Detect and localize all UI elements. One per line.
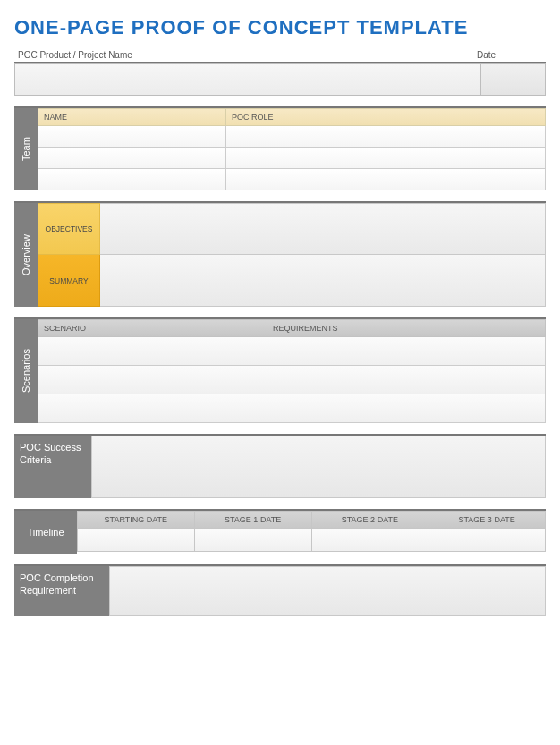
timeline-col-stage3: STAGE 3 DATE bbox=[428, 511, 546, 529]
scenario-input[interactable] bbox=[38, 366, 267, 394]
overview-tab: Overview bbox=[14, 203, 38, 307]
team-col-role: POC ROLE bbox=[225, 108, 546, 126]
team-role-input[interactable] bbox=[225, 169, 546, 190]
header-labels: POC Product / Project Name Date bbox=[14, 50, 546, 62]
scenario-col-header: SCENARIO bbox=[38, 319, 267, 337]
success-criteria-input[interactable] bbox=[91, 436, 546, 498]
team-name-input[interactable] bbox=[38, 126, 225, 148]
scenario-input[interactable] bbox=[38, 337, 267, 366]
success-criteria-tab: POC Success Criteria bbox=[14, 436, 91, 498]
project-name-input[interactable] bbox=[14, 63, 480, 96]
timeline-stage2-input[interactable] bbox=[312, 529, 429, 552]
date-input[interactable] bbox=[480, 63, 546, 96]
team-col-name: NAME bbox=[38, 108, 225, 126]
completion-input[interactable] bbox=[109, 566, 546, 616]
scenario-input[interactable] bbox=[38, 394, 267, 423]
team-role-input[interactable] bbox=[225, 126, 546, 148]
objectives-label: OBJECTIVES bbox=[38, 203, 100, 255]
timeline-col-starting: STARTING DATE bbox=[77, 511, 195, 529]
summary-label: SUMMARY bbox=[38, 255, 100, 307]
completion-tab: POC Completion Requirement bbox=[14, 566, 109, 616]
summary-input[interactable] bbox=[100, 255, 546, 307]
requirements-input[interactable] bbox=[267, 394, 546, 423]
team-name-input[interactable] bbox=[38, 148, 225, 169]
team-name-input[interactable] bbox=[38, 169, 225, 190]
timeline-stage3-input[interactable] bbox=[428, 529, 546, 552]
page-title: ONE-PAGE PROOF OF CONCEPT TEMPLATE bbox=[14, 16, 546, 39]
requirements-input[interactable] bbox=[267, 366, 546, 394]
scenarios-tab: Scenarios bbox=[14, 319, 38, 423]
timeline-starting-input[interactable] bbox=[77, 529, 195, 552]
requirements-col-header: REQUIREMENTS bbox=[267, 319, 546, 337]
timeline-col-stage1: STAGE 1 DATE bbox=[195, 511, 312, 529]
timeline-stage1-input[interactable] bbox=[195, 529, 312, 552]
project-name-label: POC Product / Project Name bbox=[18, 50, 477, 60]
timeline-tab: Timeline bbox=[14, 511, 77, 554]
team-role-input[interactable] bbox=[225, 148, 546, 169]
team-tab: Team bbox=[14, 108, 38, 190]
requirements-input[interactable] bbox=[267, 337, 546, 366]
objectives-input[interactable] bbox=[100, 203, 546, 255]
timeline-col-stage2: STAGE 2 DATE bbox=[312, 511, 429, 529]
date-label: Date bbox=[477, 50, 542, 60]
